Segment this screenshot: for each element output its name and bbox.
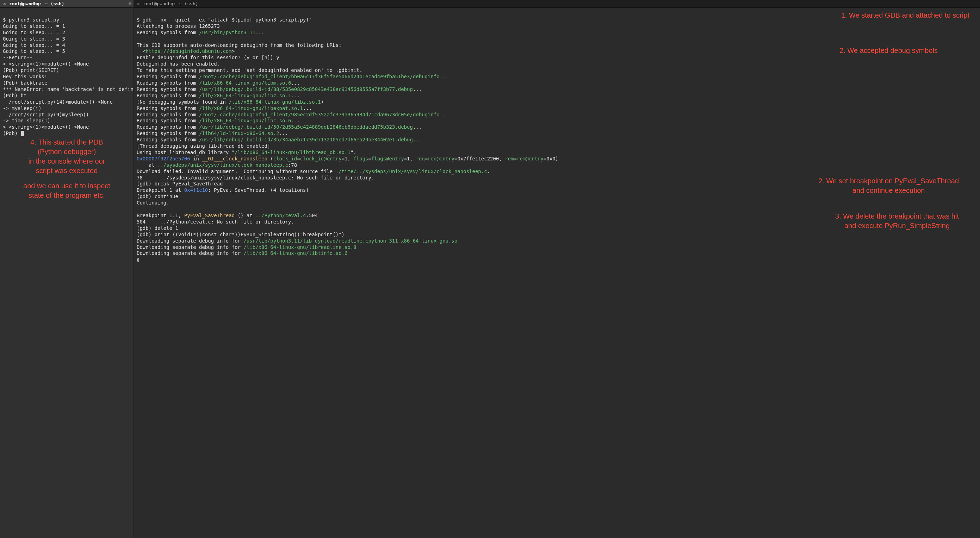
pane-menu-icon[interactable]: ⊖ [126,1,131,6]
term-line: [Thread debugging using libthread_db ena… [137,143,270,149]
term-line: at ../sysdeps/unix/sysv/linux/clock_nano… [137,162,297,168]
annotation-4: 4. This started the PDB (Python debugger… [0,137,134,200]
left-pane: × root@pwndbg: ~ (ssh) ⊖ $ python3 scrip… [0,0,134,538]
term-line: Using host libthread_db library "/lib/x8… [137,150,356,155]
term-line: Reading symbols from /lib/x86_64-linux-g… [137,118,300,123]
term-line: Reading symbols from /usr/lib/debug/.bui… [137,137,422,142]
cursor-icon [21,131,24,136]
term-line: > <string>(1)<module>()->None [3,124,89,130]
term-line: Enable debuginfod for this session? (y o… [137,55,279,60]
term-line: *** NameError: name 'backtrace' is not d… [3,86,134,92]
term-line: --Return-- [3,55,32,60]
term-line: (Pdb) print(SECRET) [3,67,59,73]
left-terminal[interactable]: $ python3 script.py Going to sleep... = … [0,8,134,143]
term-line: (No debugging symbols found in /lib/x86_… [137,99,324,105]
term-line: Reading symbols from /lib/x86_64-linux-g… [137,105,312,111]
term-line: ▯ [137,257,140,262]
term-line: -> mysleep(i) [3,105,41,111]
term-line: Reading symbols from /usr/lib/debug/.bui… [137,124,422,130]
right-tab[interactable]: × root@pwndbg: ~ (ssh) [134,0,980,8]
term-line: /root/script.py(9)mysleep() [3,112,89,117]
term-line: $ gdb --nx --quiet --ex "attach $(pidof … [137,17,312,22]
term-line: Reading symbols from /root/.cache/debugi… [137,74,449,79]
term-line: Reading symbols from /lib/x86_64-linux-g… [137,93,300,98]
term-line: Breakpoint 1.1, PyEval_SaveThread () at … [137,212,318,218]
close-icon[interactable]: × [2,1,7,6]
term-line: Downloading separate debug info for /lib… [137,250,347,256]
term-line: Downloading separate debug info for /usr… [137,238,457,244]
term-line: <https://debuginfod.ubuntu.com> [137,48,235,54]
term-line: $ python3 script.py [3,17,59,22]
term-line: 78 ../sysdeps/unix/sysv/linux/clock_nano… [137,175,374,180]
term-line: Going to sleep... = 5 [3,48,65,54]
term-line: Reading symbols from /lib/x86_64-linux-g… [137,80,300,86]
close-icon[interactable]: × [136,1,141,6]
term-line: Download failed: Invalid argument. Conti… [137,169,490,174]
term-line: Reading symbols from /lib64/ld-linux-x86… [137,131,288,136]
term-line: Debuginfod has been enabled. [137,61,220,67]
term-line: Going to sleep... = 2 [3,30,65,35]
term-line: Reading symbols from /root/.cache/debugi… [137,112,449,117]
tab-title: root@pwndbg: ~ (ssh) [143,1,978,6]
term-line: Going to sleep... = 1 [3,23,65,29]
term-line: Going to sleep... = 3 [3,36,65,42]
term-line: Hey this works! [3,74,47,79]
term-line: Downloading separate debug info for /lib… [137,244,356,250]
term-line: (gdb) continue [137,193,178,199]
term-line: /root/script.py(14)<module>()->None [3,99,113,105]
term-line: Reading symbols from /usr/lib/debug/.bui… [137,86,422,92]
term-line: (Pdb) [3,131,21,136]
term-line: Reading symbols from /usr/bin/python3.11… [137,30,264,35]
term-line: > <string>(1)<module>()->None [3,61,89,67]
term-line: (Pdb) backtrace [3,80,47,86]
term-line: Breakpoint 1 at 0x4f1c10: PyEval_SaveThr… [137,187,309,193]
term-line: (gdb) break PyEval_SaveThread [137,181,223,187]
right-terminal[interactable]: $ gdb --nx --quiet --ex "attach $(pidof … [134,8,980,269]
term-line: Continuing. [137,200,169,206]
right-pane: × root@pwndbg: ~ (ssh) $ gdb --nx --quie… [134,0,980,538]
term-line: This GDB supports auto-downloading debug… [137,42,342,48]
term-line: 504 ../Python/ceval.c: No such file or d… [137,219,294,225]
workspace: × root@pwndbg: ~ (ssh) ⊖ $ python3 scrip… [0,0,980,538]
term-line: (Pdb) bt [3,93,26,98]
term-line: 0x00007f92f2ae5706 in __GI___clock_nanos… [137,156,558,161]
left-tab[interactable]: × root@pwndbg: ~ (ssh) ⊖ [0,0,134,8]
term-line: To make this setting permanent, add 'set… [137,67,363,73]
tab-title: root@pwndbg: ~ (ssh) [9,1,126,6]
term-line: (gdb) print ((void(*)(const char*))PyRun… [137,231,345,237]
term-line: -> time.sleep(1) [3,118,50,123]
term-line: Going to sleep... = 4 [3,42,65,48]
term-line: (gdb) delete 1 [137,225,178,231]
term-line: Attaching to process 1265273 [137,23,220,29]
